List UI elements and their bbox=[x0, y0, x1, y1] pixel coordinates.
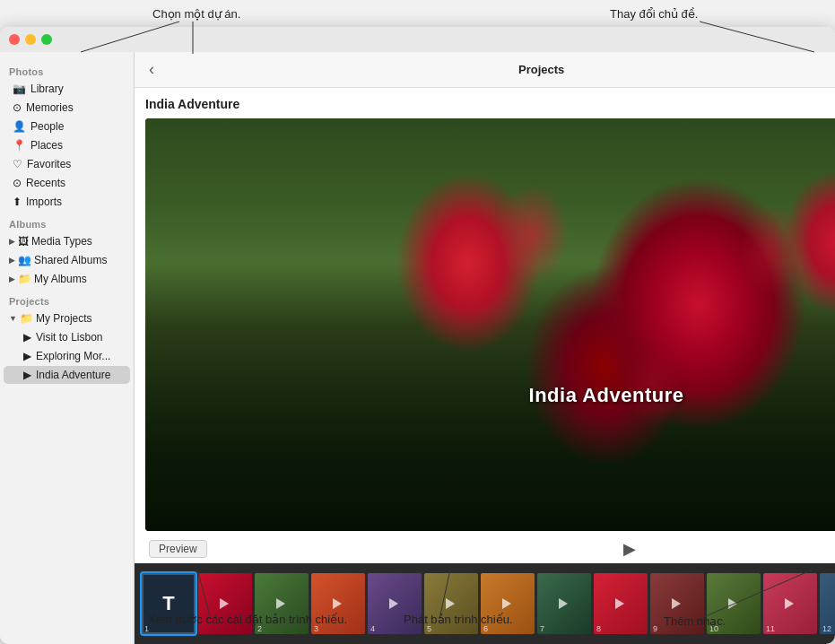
sidebar-item-memories[interactable]: ⊙ Memories bbox=[4, 99, 130, 117]
sidebar-item-india-adventure[interactable]: ▶ India Adventure bbox=[4, 366, 130, 384]
my-albums-chevron: ▶ bbox=[9, 274, 15, 283]
shared-albums-label: Shared Albums bbox=[34, 254, 107, 266]
sidebar-item-my-albums[interactable]: ▶ 📁 My Albums bbox=[4, 270, 130, 288]
people-label: People bbox=[30, 120, 64, 133]
content-area: India Adventure 44 slides · 2:38m India … bbox=[135, 88, 835, 563]
people-icon: 👤 bbox=[13, 120, 26, 133]
my-projects-icon: 📁 bbox=[20, 312, 33, 325]
visit-lisbon-icon: ▶ bbox=[23, 331, 31, 344]
toolbar-title: Projects bbox=[165, 63, 835, 76]
film-slide[interactable]: 3 bbox=[311, 573, 365, 634]
film-slide[interactable]: 10 bbox=[707, 573, 761, 634]
preview-bar: Preview ▶ ↺ bbox=[145, 535, 835, 563]
slideshow-image bbox=[145, 118, 835, 531]
film-slide[interactable]: 2 bbox=[255, 573, 309, 634]
film-slide[interactable]: 8 bbox=[594, 573, 648, 634]
india-adventure-label: India Adventure bbox=[36, 369, 110, 381]
india-adventure-icon: ▶ bbox=[23, 369, 31, 381]
media-types-icon: 🖼 bbox=[18, 235, 29, 248]
sidebar-item-visit-lisbon[interactable]: ▶ Visit to Lisbon bbox=[4, 328, 130, 346]
play-button[interactable]: ▶ bbox=[623, 539, 636, 559]
maximize-button[interactable] bbox=[41, 34, 52, 45]
recents-icon: ⊙ bbox=[13, 177, 22, 189]
imports-label: Imports bbox=[26, 196, 62, 208]
slideshow-preview: India Adventure bbox=[145, 118, 835, 531]
flower-overlay bbox=[145, 118, 835, 531]
shared-albums-icon: 👥 bbox=[18, 254, 31, 266]
media-types-chevron: ▶ bbox=[9, 237, 15, 246]
sidebar: Photos 📷 Library ⊙ Memories 👤 People 📍 P… bbox=[0, 52, 135, 644]
project-header: India Adventure 44 slides · 2:38m bbox=[145, 97, 835, 111]
film-slide[interactable]: 9 bbox=[650, 573, 704, 634]
film-slide[interactable]: T1 bbox=[142, 573, 196, 634]
close-button[interactable] bbox=[9, 34, 20, 45]
sidebar-item-recents[interactable]: ⊙ Recents bbox=[4, 174, 130, 192]
media-types-label: Media Types bbox=[31, 235, 92, 248]
annotation-change-theme: Thay đổi chủ đề. bbox=[610, 7, 698, 21]
main-area: ‹ Projects Export 🔍 India Adventure 44 s… bbox=[135, 52, 835, 644]
visit-lisbon-label: Visit to Lisbon bbox=[36, 331, 103, 344]
filmstrip: T123456789101112131415+ bbox=[135, 563, 835, 644]
projects-section-label: Projects bbox=[0, 289, 134, 309]
sidebar-item-people[interactable]: 👤 People bbox=[4, 117, 130, 135]
annotation-choose-project: Chọn một dự án. bbox=[152, 7, 240, 21]
library-icon: 📷 bbox=[13, 83, 26, 95]
sidebar-item-media-types[interactable]: ▶ 🖼 Media Types bbox=[4, 232, 130, 250]
sidebar-item-shared-albums[interactable]: ▶ 👥 Shared Albums bbox=[4, 251, 130, 269]
film-slide[interactable] bbox=[198, 573, 252, 634]
sidebar-item-imports[interactable]: ⬆ Imports bbox=[4, 193, 130, 211]
my-projects-label: My Projects bbox=[36, 312, 92, 325]
places-icon: 📍 bbox=[13, 139, 26, 152]
exploring-more-icon: ▶ bbox=[23, 350, 31, 362]
preview-button[interactable]: Preview bbox=[149, 540, 207, 558]
toolbar: ‹ Projects Export 🔍 bbox=[135, 52, 835, 88]
shared-albums-chevron: ▶ bbox=[9, 256, 15, 265]
albums-section-label: Albums bbox=[0, 212, 134, 231]
titlebar bbox=[0, 27, 835, 52]
sidebar-item-places[interactable]: 📍 Places bbox=[4, 136, 130, 154]
sidebar-item-library[interactable]: 📷 Library bbox=[4, 80, 130, 98]
imports-icon: ⬆ bbox=[13, 196, 22, 208]
my-albums-icon: 📁 bbox=[18, 273, 31, 285]
sidebar-my-projects-group[interactable]: ▼ 📁 My Projects bbox=[4, 309, 130, 327]
exploring-more-label: Exploring Mor... bbox=[36, 350, 110, 362]
minimize-button[interactable] bbox=[25, 34, 36, 45]
film-slide[interactable]: 6 bbox=[481, 573, 535, 634]
film-slide[interactable]: 7 bbox=[537, 573, 591, 634]
my-albums-label: My Albums bbox=[34, 273, 87, 285]
app-window: Photos 📷 Library ⊙ Memories 👤 People 📍 P… bbox=[0, 27, 835, 644]
library-label: Library bbox=[30, 83, 64, 95]
recents-label: Recents bbox=[26, 177, 65, 189]
film-slide[interactable]: 12 bbox=[820, 573, 835, 634]
favorites-icon: ♡ bbox=[13, 158, 22, 170]
film-slide[interactable]: 4 bbox=[368, 573, 422, 634]
sidebar-item-exploring-more[interactable]: ▶ Exploring Mor... bbox=[4, 347, 130, 365]
back-button[interactable]: ‹ bbox=[145, 60, 158, 79]
memories-label: Memories bbox=[26, 101, 74, 114]
my-projects-chevron: ▼ bbox=[9, 314, 17, 323]
photos-section-label: Photos bbox=[0, 59, 134, 79]
places-label: Places bbox=[30, 139, 63, 152]
slideshow-title-overlay: India Adventure bbox=[529, 384, 684, 407]
sidebar-item-favorites[interactable]: ♡ Favorites bbox=[4, 155, 130, 173]
project-title: India Adventure bbox=[145, 97, 239, 111]
film-slide[interactable]: 5 bbox=[424, 573, 478, 634]
memories-icon: ⊙ bbox=[13, 101, 22, 114]
favorites-label: Favorites bbox=[27, 158, 71, 170]
film-slide[interactable]: 11 bbox=[763, 573, 817, 634]
